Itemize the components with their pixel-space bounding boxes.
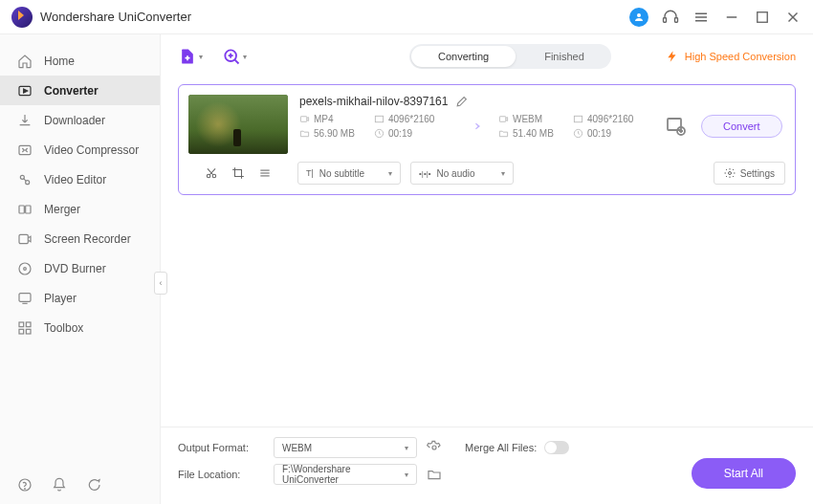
maximize-icon[interactable] <box>754 9 771 26</box>
audio-dropdown[interactable]: •|•|•No audio▾ <box>410 162 514 185</box>
minimize-icon[interactable] <box>723 9 740 26</box>
open-folder-icon[interactable] <box>427 467 442 482</box>
chevron-down-icon: ▾ <box>243 53 247 61</box>
svg-rect-25 <box>19 329 24 334</box>
svg-point-47 <box>432 446 436 449</box>
folder-icon <box>498 128 509 139</box>
arrow-right-icon <box>466 117 485 136</box>
merge-toggle[interactable] <box>544 441 569 454</box>
merge-label: Merge All Files: <box>465 442 537 453</box>
headset-icon[interactable] <box>662 9 679 26</box>
svg-line-30 <box>234 59 238 63</box>
tab-finished[interactable]: Finished <box>517 44 611 69</box>
sidebar-item-label: Player <box>44 292 77 305</box>
video-icon <box>498 114 509 124</box>
svg-rect-17 <box>26 206 31 213</box>
sidebar-item-toolbox[interactable]: Toolbox <box>0 313 160 342</box>
file-location-dropdown[interactable]: F:\Wondershare UniConverter▾ <box>274 464 417 485</box>
player-icon <box>17 291 33 306</box>
sidebar-item-dvd[interactable]: DVD Burner <box>0 253 160 283</box>
video-thumbnail[interactable] <box>188 95 288 154</box>
feedback-icon[interactable] <box>86 477 101 493</box>
bell-icon[interactable] <box>52 477 67 493</box>
footer: Output Format: WEBM▾ Merge All Files: Fi… <box>161 427 813 504</box>
svg-point-19 <box>19 263 31 274</box>
app-title: Wondershare UniConverter <box>40 10 191 24</box>
output-format-dropdown[interactable]: WEBM▾ <box>274 437 417 458</box>
user-avatar-icon[interactable] <box>629 8 648 27</box>
svg-rect-18 <box>19 234 28 243</box>
sidebar-item-editor[interactable]: Video Editor <box>0 164 160 194</box>
folder-icon <box>299 128 310 139</box>
gear-icon[interactable] <box>427 440 442 455</box>
tab-group: Converting Finished <box>409 44 611 69</box>
dvd-icon <box>17 261 33 276</box>
home-icon <box>17 54 33 69</box>
add-url-button[interactable]: ▾ <box>222 47 247 66</box>
clock-icon <box>374 128 385 139</box>
sidebar-item-downloader[interactable]: Downloader <box>0 105 160 135</box>
recorder-icon <box>17 231 33 247</box>
subtitle-dropdown[interactable]: T|No subtitle▾ <box>297 162 401 185</box>
app-logo-icon <box>11 7 33 28</box>
svg-rect-34 <box>375 116 383 121</box>
sidebar-item-player[interactable]: Player <box>0 283 160 313</box>
svg-point-46 <box>728 172 731 175</box>
convert-button[interactable]: Convert <box>701 115 782 138</box>
svg-rect-37 <box>574 116 582 121</box>
output-format-label: Output Format: <box>178 442 264 453</box>
svg-rect-1 <box>664 17 667 22</box>
svg-rect-16 <box>19 206 24 213</box>
sidebar-item-label: Video Editor <box>44 173 106 186</box>
svg-rect-33 <box>300 117 306 122</box>
sidebar-item-label: Video Compressor <box>44 143 139 157</box>
sidebar-item-recorder[interactable]: Screen Recorder <box>0 224 160 253</box>
close-icon[interactable] <box>784 9 802 26</box>
video-icon <box>299 114 310 124</box>
start-all-button[interactable]: Start All <box>692 458 796 489</box>
svg-point-0 <box>637 13 641 17</box>
svg-rect-24 <box>26 322 31 327</box>
file-name: pexels-mikhail-nilov-8397161 <box>299 95 448 108</box>
sidebar-item-label: Home <box>44 55 75 68</box>
svg-point-28 <box>25 489 26 490</box>
sidebar-item-merger[interactable]: Merger <box>0 194 160 224</box>
svg-rect-7 <box>758 11 768 22</box>
tab-converting[interactable]: Converting <box>411 46 516 67</box>
gear-icon <box>724 167 736 179</box>
svg-marker-11 <box>24 89 28 93</box>
help-icon[interactable] <box>17 477 33 493</box>
svg-rect-21 <box>19 293 31 301</box>
toolbox-icon <box>17 320 33 336</box>
sidebar-item-converter[interactable]: Converter <box>0 76 160 105</box>
high-speed-conversion-link[interactable]: High Speed Conversion <box>666 50 796 63</box>
settings-button[interactable]: Settings <box>714 162 785 185</box>
edit-icon[interactable] <box>455 96 468 108</box>
output-settings-icon[interactable] <box>665 115 688 138</box>
sidebar-item-compressor[interactable]: Video Compressor <box>0 135 160 164</box>
file-card: pexels-mikhail-nilov-8397161 MP456.90 MB… <box>178 84 796 195</box>
file-location-label: File Location: <box>178 469 264 480</box>
converter-icon <box>17 83 33 99</box>
sidebar-item-label: DVD Burner <box>44 262 106 275</box>
sidebar-item-label: Toolbox <box>44 321 83 335</box>
crop-icon[interactable] <box>231 166 245 180</box>
svg-rect-23 <box>19 322 24 327</box>
effect-icon[interactable] <box>258 166 272 180</box>
add-file-button[interactable]: ▾ <box>178 47 203 66</box>
svg-rect-26 <box>26 329 31 334</box>
toolbar: ▾ ▾ Converting Finished High Speed Conve… <box>161 38 813 75</box>
menu-icon[interactable] <box>692 9 710 26</box>
bolt-icon <box>666 50 679 63</box>
download-icon <box>17 113 33 128</box>
sidebar-item-label: Merger <box>44 203 80 216</box>
editor-icon <box>17 172 33 187</box>
sidebar-item-label: Screen Recorder <box>44 232 131 246</box>
sidebar-item-home[interactable]: Home <box>0 46 160 76</box>
svg-rect-2 <box>675 17 678 22</box>
resolution-icon <box>374 114 385 124</box>
trim-icon[interactable] <box>205 166 218 180</box>
svg-point-20 <box>24 267 27 270</box>
sidebar-item-label: Downloader <box>44 114 105 127</box>
resolution-icon <box>573 114 583 124</box>
